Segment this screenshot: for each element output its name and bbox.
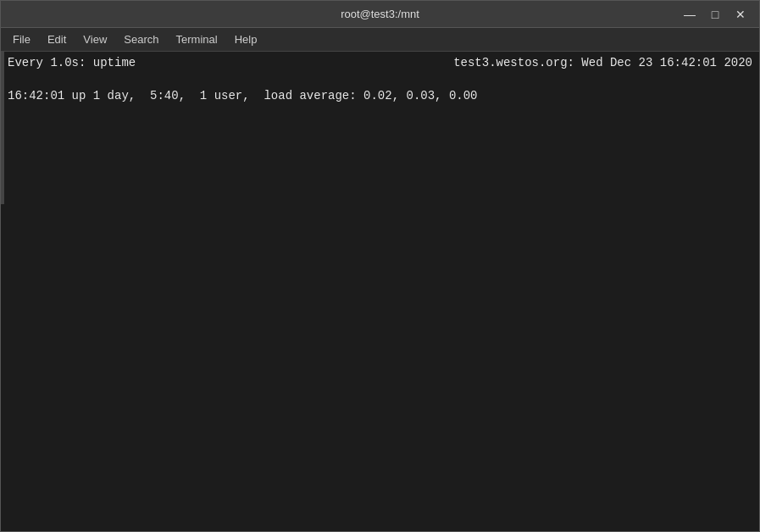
menu-edit[interactable]: Edit: [39, 30, 75, 48]
minimize-button[interactable]: —: [678, 5, 702, 24]
window-title: root@test3:/mnt: [341, 8, 419, 20]
maximize-button[interactable]: □: [703, 5, 727, 24]
watch-command-label: Every 1.0s: uptime: [8, 55, 136, 72]
terminal-header-row: Every 1.0s: uptime test3.westos.org: Wed…: [8, 55, 752, 72]
scroll-indicator: [1, 52, 4, 204]
uptime-output: 16:42:01 up 1 day, 5:40, 1 user, load av…: [8, 88, 752, 105]
menu-file[interactable]: File: [4, 30, 39, 48]
terminal-window: root@test3:/mnt — □ ✕ File Edit View Sea…: [0, 0, 760, 532]
terminal-body[interactable]: Every 1.0s: uptime test3.westos.org: Wed…: [1, 52, 759, 531]
menu-view[interactable]: View: [75, 30, 115, 48]
terminal-blank-line: [8, 72, 752, 89]
menu-search[interactable]: Search: [115, 30, 167, 48]
menu-terminal[interactable]: Terminal: [168, 30, 226, 48]
title-bar: root@test3:/mnt — □ ✕: [1, 1, 759, 28]
hostname-datetime: test3.westos.org: Wed Dec 23 16:42:01 20…: [453, 55, 752, 72]
menu-bar: File Edit View Search Terminal Help: [1, 28, 759, 52]
menu-help[interactable]: Help: [226, 30, 266, 48]
window-controls: — □ ✕: [678, 5, 752, 24]
close-button[interactable]: ✕: [729, 5, 752, 24]
